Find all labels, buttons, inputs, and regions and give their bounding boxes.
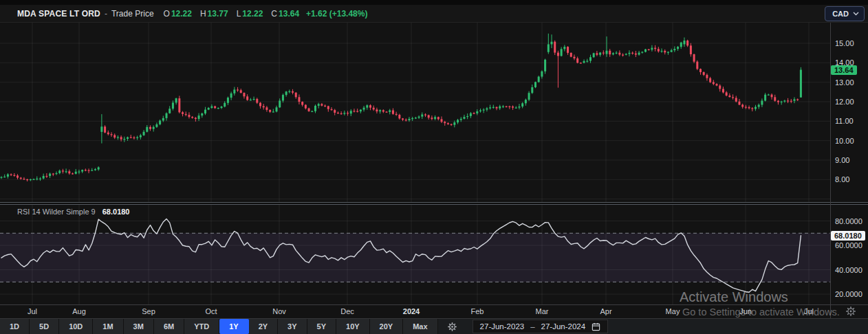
range-button-10d[interactable]: 10D <box>59 319 93 334</box>
date-from: 27-Jun-2023 <box>480 322 525 331</box>
time-tick-label-nov: Nov <box>272 307 286 315</box>
time-tick-label-apr: Apr <box>600 307 611 315</box>
series-name: Trade Price <box>111 9 154 19</box>
price-chart-canvas[interactable] <box>0 23 868 202</box>
date-separator: – <box>530 322 534 331</box>
range-button-ytd[interactable]: YTD <box>184 319 219 334</box>
gear-icon <box>447 322 457 332</box>
range-button-5d[interactable]: 5D <box>30 319 59 334</box>
price-tick-label: 15.00 <box>835 39 854 47</box>
rsi-current-value: 68.0180 <box>102 208 130 216</box>
rsi-tick-label: 80.0000 <box>835 217 862 225</box>
date-range-picker[interactable]: 27-Jun-2023 – 27-Jun-2024 <box>473 320 609 333</box>
toolbar-settings-button[interactable] <box>442 319 463 334</box>
time-tick-label-oct: Oct <box>205 307 217 315</box>
time-tick-label-dec: Dec <box>340 307 354 315</box>
symbol-name: MDA SPACE LT ORD <box>17 9 100 19</box>
time-tick-label-aug: Aug <box>72 307 86 315</box>
axis-settings-gear-icon[interactable] <box>845 306 856 317</box>
ohlc-value: 13.77 <box>208 9 228 19</box>
rsi-tick-label: 40.0000 <box>835 266 862 274</box>
time-tick-label-mar: Mar <box>536 307 549 315</box>
rsi-value-badge: 68.0180 <box>831 231 865 241</box>
rsi-tick-label: 60.0000 <box>835 241 862 249</box>
legend-separator: - <box>105 9 107 19</box>
trading-chart-app: MDA SPACE LT ORD - Trade Price O12.22H13… <box>0 0 868 334</box>
range-button-3m[interactable]: 3M <box>124 319 154 334</box>
range-button-1y[interactable]: 1Y <box>219 319 248 334</box>
ohlc-value: 13.64 <box>279 9 299 19</box>
time-tick-label-may: May <box>666 307 680 315</box>
ohlc-value: 12.22 <box>171 9 192 19</box>
date-to: 27-Jun-2024 <box>541 322 586 331</box>
range-button-20y[interactable]: 20Y <box>370 319 404 334</box>
ohlc-label: C <box>271 9 277 19</box>
range-button-3y[interactable]: 3Y <box>278 319 307 334</box>
range-button-2y[interactable]: 2Y <box>249 319 278 334</box>
time-axis-line <box>0 304 868 305</box>
range-toolbar: 1D5D10D1M3M6MYTD1Y2Y3Y5Y10Y20YMax 27-Jun… <box>0 318 868 334</box>
time-tick-label-sep: Sep <box>142 307 155 315</box>
activate-windows-subtext: Go to Settings to activate Windows. <box>682 307 840 318</box>
range-buttons: 1D5D10D1M3M6MYTD1Y2Y3Y5Y10Y20YMax <box>0 319 438 334</box>
time-tick-label-jun: Jun <box>739 307 752 315</box>
ohlc-label: O <box>164 9 170 19</box>
range-button-1d[interactable]: 1D <box>0 319 30 334</box>
ohlc-c: C13.64 <box>271 9 299 19</box>
ohlc-h: H13.77 <box>200 9 228 19</box>
ohlc-o: O12.22 <box>164 9 192 19</box>
ohlc-label: H <box>200 9 206 19</box>
time-tick-label-jul: Jul <box>804 307 814 315</box>
time-tick-label-feb: Feb <box>471 307 484 315</box>
price-tick-label: 11.00 <box>835 117 854 125</box>
price-tick-label: 9.00 <box>835 156 849 164</box>
range-button-max[interactable]: Max <box>403 319 437 334</box>
range-button-1m[interactable]: 1M <box>93 319 123 334</box>
top-strip <box>0 0 868 5</box>
range-button-5y[interactable]: 5Y <box>307 319 336 334</box>
price-tick-label: 12.00 <box>835 98 854 106</box>
ohlc-l: L12.22 <box>237 9 263 19</box>
rsi-legend: RSI 14 Wilder Simple 9 68.0180 <box>17 208 129 216</box>
last-price-badge: 13.64 <box>831 65 857 75</box>
price-tick-label: 8.00 <box>835 175 849 183</box>
chart-legend-bar: MDA SPACE LT ORD - Trade Price O12.22H13… <box>0 5 868 23</box>
time-tick-label-2024: 2024 <box>403 307 420 315</box>
calendar-icon <box>592 322 600 331</box>
rsi-tick-label: 20.0000 <box>835 290 862 298</box>
range-button-10y[interactable]: 10Y <box>336 319 370 334</box>
currency-selector[interactable]: CAD <box>825 6 865 21</box>
price-tick-label: 10.00 <box>835 137 854 145</box>
ohlc-label: L <box>237 9 241 19</box>
price-tick-label: 13.00 <box>835 78 854 87</box>
change-value: +1.62 (+13.48%) <box>306 9 367 19</box>
chevron-down-icon <box>853 12 859 16</box>
ohlc-value: 12.22 <box>242 9 263 19</box>
time-tick-label-jul: Jul <box>28 307 37 315</box>
range-button-6m[interactable]: 6M <box>154 319 184 334</box>
currency-label: CAD <box>832 10 849 18</box>
rsi-title: RSI 14 Wilder Simple 9 <box>17 208 96 216</box>
rsi-chart-canvas[interactable] <box>0 205 868 304</box>
ohlc-values: O12.22H13.77L12.22C13.64 <box>164 9 300 19</box>
